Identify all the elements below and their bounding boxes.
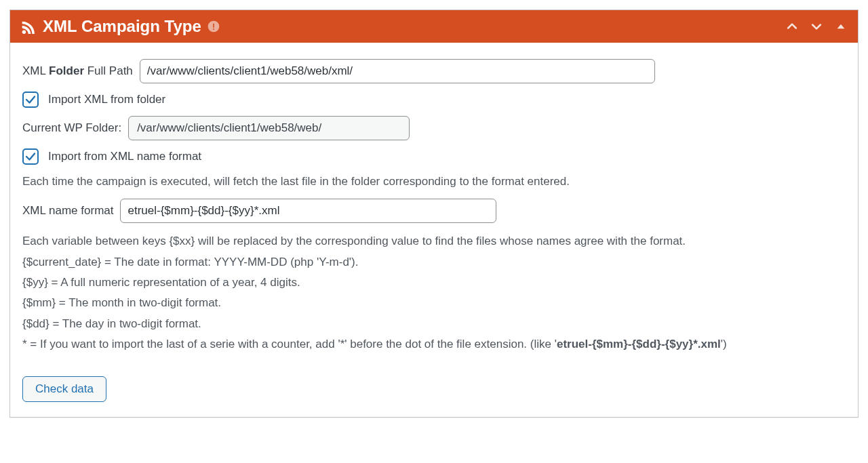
import-from-xml-name-format-checkbox[interactable] xyxy=(22,148,39,165)
help-mm: {$mm} = The month in two-digit format. xyxy=(22,294,846,312)
collapse-triangle-icon[interactable] xyxy=(833,19,848,34)
import-xml-from-folder-label: Import XML from folder xyxy=(48,93,165,106)
panel-header[interactable]: XML Campaign Type xyxy=(10,10,858,43)
xml-name-format-input[interactable] xyxy=(120,199,496,223)
panel-tools xyxy=(785,19,848,34)
help-star: * = If you want to import the last of a … xyxy=(22,336,846,353)
help-vars-intro: Each variable between keys {$xx} will be… xyxy=(22,233,846,250)
help-yy: {$yy} = A full numeric representation of… xyxy=(22,274,846,291)
current-wp-folder-label: Current WP Folder: xyxy=(22,121,121,135)
panel-title: XML Campaign Type xyxy=(43,17,201,36)
help-current-date: {$current_date} = The date in format: YY… xyxy=(22,254,846,271)
svg-marker-0 xyxy=(837,24,845,29)
xml-name-format-label: XML name format xyxy=(22,204,113,218)
alert-circle-icon xyxy=(207,20,220,33)
import-xml-from-folder-checkbox[interactable] xyxy=(22,92,39,108)
current-wp-folder-value: /var/www/clients/client1/web58/web/ xyxy=(128,116,410,140)
xml-folder-path-input[interactable] xyxy=(140,59,655,83)
import-from-xml-name-format-label: Import from XML name format xyxy=(48,150,201,163)
chevron-down-icon[interactable] xyxy=(809,19,824,34)
help-dd: {$dd} = The day in two-digit format. xyxy=(22,315,846,333)
help-each-time-text: Each time the campaign is executed, will… xyxy=(22,173,846,190)
check-data-button[interactable]: Check data xyxy=(22,376,106,402)
xml-campaign-type-panel: XML Campaign Type XML Folder Full Path xyxy=(9,9,859,418)
panel-body: XML Folder Full Path Import XML from fol… xyxy=(10,43,858,417)
chevron-up-icon[interactable] xyxy=(785,19,800,34)
xml-folder-label: XML Folder Full Path xyxy=(22,64,133,78)
help-variable-block: Each variable between keys {$xx} will be… xyxy=(22,233,846,353)
rss-icon xyxy=(20,19,35,34)
